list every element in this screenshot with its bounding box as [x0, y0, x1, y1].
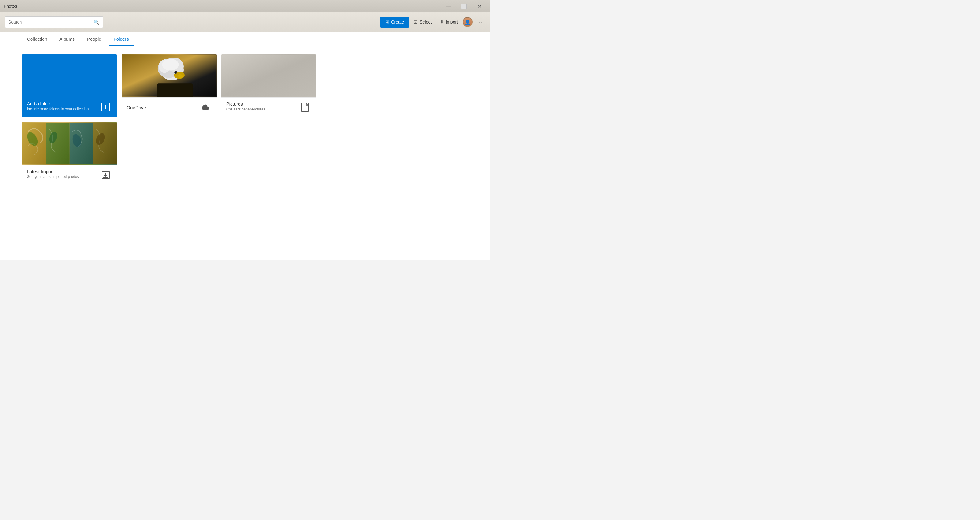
tab-albums[interactable]: Albums [54, 33, 80, 46]
onedrive-name: OneDrive [126, 105, 199, 110]
import-icon [101, 171, 110, 179]
import-icon: ⬇ [440, 20, 444, 24]
onedrive-image [122, 54, 216, 97]
file-icon [301, 103, 309, 112]
import-button[interactable]: ⬇ Import [436, 16, 461, 27]
latest-import-illustration [22, 122, 117, 165]
avatar-face: 👤 [463, 18, 472, 26]
search-input[interactable] [8, 20, 91, 24]
close-button[interactable]: ✕ [472, 1, 486, 11]
content-area: Add a folder Include more folders in you… [0, 47, 490, 260]
tab-collection[interactable]: Collection [22, 33, 52, 46]
folder-grid-row1: Add a folder Include more folders in you… [22, 54, 316, 117]
folder-card-latest-import[interactable]: Latest Import See your latest imported p… [22, 122, 117, 185]
toolbar: 🔍 ⊞ Create ☑ Select ⬇ Import 👤 ··· [0, 12, 490, 32]
svg-point-10 [162, 59, 179, 71]
cloud-icon [201, 104, 210, 111]
more-options-button[interactable]: ··· [474, 18, 485, 27]
onedrive-bottom: OneDrive [122, 97, 216, 117]
create-label: Create [391, 20, 404, 24]
folder-card-onedrive[interactable]: OneDrive [122, 54, 216, 117]
pictures-subtitle: C:\Users\debar\Pictures [226, 107, 299, 111]
svg-rect-14 [157, 83, 192, 97]
pictures-image [221, 54, 316, 97]
pictures-illustration [221, 54, 316, 97]
add-folder-icon [101, 103, 110, 111]
pictures-bottom: Pictures C:\Users\debar\Pictures [221, 97, 316, 117]
avatar[interactable]: 👤 [463, 17, 473, 27]
folder-grid-row2: Latest Import See your latest imported p… [22, 122, 316, 185]
add-folder-bottom: Add a folder Include more folders in you… [22, 97, 117, 117]
search-box: 🔍 [5, 16, 103, 28]
select-button[interactable]: ☑ Select [410, 16, 435, 27]
latest-import-bottom: Latest Import See your latest imported p… [22, 165, 117, 185]
import-label: Import [445, 20, 458, 24]
add-folder-subtitle: Include more folders in your collection [27, 107, 100, 111]
pictures-name: Pictures [226, 101, 299, 106]
title-bar: Photos — ⬜ ✕ [0, 0, 490, 12]
select-label: Select [420, 20, 431, 24]
bird-illustration [122, 54, 216, 97]
add-folder-name: Add a folder [27, 101, 100, 106]
create-button[interactable]: ⊞ Create [380, 16, 409, 27]
latest-import-info: Latest Import See your latest imported p… [27, 169, 100, 179]
tab-folders[interactable]: Folders [109, 33, 134, 46]
onedrive-info: OneDrive [126, 105, 199, 110]
pictures-info: Pictures C:\Users\debar\Pictures [226, 101, 299, 111]
latest-import-subtitle: See your latest imported photos [27, 174, 100, 179]
app-title: Photos [4, 4, 17, 9]
latest-import-image [22, 122, 117, 165]
add-folder-info: Add a folder Include more folders in you… [27, 101, 100, 111]
title-bar-controls: — ⬜ ✕ [442, 1, 486, 11]
main-content: 🔍 ⊞ Create ☑ Select ⬇ Import 👤 ··· Colle… [0, 12, 490, 260]
nav-tabs: Collection Albums People Folders [0, 32, 490, 47]
tab-people[interactable]: People [82, 33, 106, 46]
svg-point-13 [175, 71, 177, 73]
title-bar-left: Photos [4, 4, 17, 9]
folder-card-pictures[interactable]: Pictures C:\Users\debar\Pictures [221, 54, 316, 117]
maximize-button[interactable]: ⬜ [457, 1, 471, 11]
create-icon: ⊞ [385, 19, 389, 25]
svg-rect-15 [221, 55, 316, 96]
latest-import-name: Latest Import [27, 169, 100, 174]
search-icon[interactable]: 🔍 [94, 19, 100, 25]
toolbar-actions: ⊞ Create ☑ Select ⬇ Import 👤 ··· [380, 16, 485, 27]
folder-card-add[interactable]: Add a folder Include more folders in you… [22, 54, 117, 117]
minimize-button[interactable]: — [442, 1, 456, 11]
select-icon: ☑ [414, 20, 418, 24]
add-folder-image [22, 54, 117, 97]
